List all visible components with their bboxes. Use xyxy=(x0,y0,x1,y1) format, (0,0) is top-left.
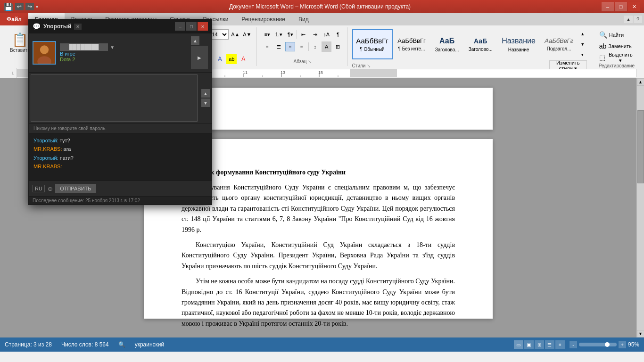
window-title: Документ Microsoft Word – Microsoft Word… xyxy=(38,3,602,10)
steam-friend-dropdown[interactable]: ▼ xyxy=(110,45,115,50)
document-paragraph-1: формування Конституційного Суду України … xyxy=(182,182,455,235)
steam-chat-title: Упоротый xyxy=(43,23,71,30)
text-effect-button[interactable]: A xyxy=(215,54,225,64)
page-count: Страница: 3 из 28 xyxy=(5,341,52,348)
tab-review[interactable]: Рецензирование xyxy=(235,13,292,25)
full-reading-button[interactable]: ▣ xyxy=(524,340,534,349)
decrease-indent-button[interactable]: ⇤ xyxy=(298,29,308,40)
print-layout-button[interactable]: ▭ xyxy=(514,340,523,349)
styles-scroll-down[interactable]: ▼ xyxy=(578,40,587,49)
style-heading2[interactable]: АаБ Заголово... xyxy=(464,29,497,59)
tab-view[interactable]: Вид xyxy=(292,13,315,25)
status-bar: Страница: 3 из 28 Число слов: 8 564 🔍 ук… xyxy=(0,337,644,352)
document-text: 2. Порядок формування Конституційного су… xyxy=(182,167,455,329)
steam-send-button[interactable]: ОТПРАВИТЬ xyxy=(55,184,96,193)
ribbon-collapse-button[interactable]: ▲ xyxy=(624,16,633,23)
svg-text:11: 11 xyxy=(243,70,248,75)
view-buttons: ▭ ▣ ⊞ ☰ ≡ xyxy=(514,340,565,349)
zoom-slider[interactable] xyxy=(579,343,617,346)
tab-file[interactable]: Файл xyxy=(0,13,28,25)
numbering-button[interactable]: 1.▾ xyxy=(274,29,284,40)
draft-button[interactable]: ≡ xyxy=(555,340,565,349)
style-heading1[interactable]: АаБ Заголово... xyxy=(431,29,463,59)
select-button[interactable]: ⬚Выделить ▾ xyxy=(595,52,638,63)
svg-text:13: 13 xyxy=(281,70,285,75)
steam-text-2: ara xyxy=(64,146,71,152)
document-paragraph-3: Утім не кожна особа може бути кандидатом… xyxy=(182,276,455,329)
title-bar: 💾 ↩ ↪ ▾ Документ Microsoft Word – Micros… xyxy=(0,0,644,13)
steam-input-area: RU ☺ ОТПРАВИТЬ xyxy=(29,181,212,196)
styles-more[interactable]: ▾ xyxy=(578,50,587,59)
borders-button[interactable]: ⊞ xyxy=(333,41,343,52)
zoom-controls: - + 95% xyxy=(570,341,639,348)
steam-message-4: MR.KRABS: xyxy=(33,163,207,170)
steam-emoji-button[interactable]: ☺ xyxy=(47,185,53,192)
steam-messages: Упоротый: тут? MR.KRABS: ara Упоротый: п… xyxy=(29,133,212,181)
close-button[interactable]: ✕ xyxy=(628,2,640,11)
replace-button[interactable]: abЗаменить xyxy=(595,41,638,52)
web-layout-button[interactable]: ⊞ xyxy=(535,340,544,349)
steam-close-button[interactable]: ✕ xyxy=(198,22,208,31)
steam-sender-1: Упоротый: xyxy=(33,138,60,143)
style-subtitle[interactable]: АаБбВвГг Подзагол... xyxy=(540,29,577,59)
outline-button[interactable]: ☰ xyxy=(545,340,554,349)
steam-icon: 💬 xyxy=(33,23,41,30)
steam-area-scroll-down[interactable]: ▼ xyxy=(201,99,210,107)
zoom-out-button[interactable]: - xyxy=(570,341,577,348)
style-normal[interactable]: АаБбВвГг ¶ Обычный xyxy=(352,29,393,59)
styles-label: Стили ↘ xyxy=(352,63,371,68)
steam-friend-name-row: ████████ ▼ xyxy=(60,43,187,51)
find-button[interactable]: 🔍Найти xyxy=(595,29,638,41)
scroll-up-button[interactable]: ▲ xyxy=(637,78,644,86)
language[interactable]: украинский xyxy=(135,341,165,348)
sort-button[interactable]: ↕A xyxy=(322,29,331,40)
style-title[interactable]: Название Название xyxy=(498,29,540,59)
steam-titlebar-controls: – □ ✕ xyxy=(175,22,208,31)
steam-tab-close-button[interactable]: ✕ xyxy=(74,24,82,30)
show-marks-button[interactable]: ¶ xyxy=(333,29,343,40)
font-size-increase-button[interactable]: A▲ xyxy=(230,29,240,40)
window-controls: – □ ✕ xyxy=(602,2,640,11)
bullets-button[interactable]: ≡▾ xyxy=(262,29,272,40)
ribbon-help-button[interactable]: ? xyxy=(634,16,642,23)
check-icon: 🔍 xyxy=(118,341,125,348)
align-justify-button[interactable]: ≡ xyxy=(285,42,295,51)
steam-sender-2: MR.KRABS: xyxy=(33,146,64,152)
font-size-decrease-button[interactable]: A▼ xyxy=(242,29,252,40)
minimize-button[interactable]: – xyxy=(602,2,614,11)
steam-minimize-button[interactable]: – xyxy=(175,22,185,31)
align-right-button[interactable]: ≡ xyxy=(297,42,306,51)
document-heading: 2. Порядок формування Конституційного су… xyxy=(182,167,455,178)
font-color-button[interactable]: A xyxy=(238,54,248,64)
shading-button[interactable]: A xyxy=(322,41,331,52)
highlight-button[interactable]: ab xyxy=(226,54,237,64)
align-left-button[interactable]: ≡ xyxy=(262,42,272,51)
styles-scroll-up[interactable]: ▲ xyxy=(578,29,587,39)
editing-label: Редактирование xyxy=(599,63,635,68)
steam-area-scroll-up[interactable]: ▲ xyxy=(201,89,210,98)
align-center-button[interactable]: ☰ xyxy=(274,42,284,51)
vertical-scrollbar[interactable]: ▲ ▼ xyxy=(636,78,644,337)
steam-chat-scroll-up[interactable]: ▲ xyxy=(191,36,199,45)
zoom-level: 95% xyxy=(628,341,639,348)
svg-rect-1 xyxy=(350,69,397,77)
steam-sender-4: MR.KRABS: xyxy=(33,164,62,169)
steam-message-1: Упоротый: тут? xyxy=(33,137,207,144)
zoom-in-button[interactable]: + xyxy=(619,341,626,348)
multilevel-button[interactable]: ¶▾ xyxy=(285,29,295,40)
steam-text-3: пати? xyxy=(60,155,74,161)
increase-indent-button[interactable]: ⇥ xyxy=(310,29,320,40)
line-spacing-button[interactable]: ↕ xyxy=(310,41,320,52)
steam-maximize-button[interactable]: □ xyxy=(186,22,197,31)
svg-text:15: 15 xyxy=(318,70,323,75)
steam-message-3: Упоротый: пати? xyxy=(33,155,207,162)
steam-friend-game: Dota 2 xyxy=(60,57,187,62)
scrollbar-thumb[interactable] xyxy=(637,110,644,183)
svg-point-26 xyxy=(40,45,49,54)
steam-view-button[interactable]: ▶ xyxy=(191,46,208,69)
style-no-spacing[interactable]: АаБбВвГг ¶ Без инте... xyxy=(394,29,430,59)
status-right: ▭ ▣ ⊞ ☰ ≡ - + 95% xyxy=(514,340,639,349)
scroll-down-button[interactable]: ▼ xyxy=(637,330,644,337)
steam-sender-3: Упоротый: xyxy=(33,155,60,161)
maximize-button[interactable]: □ xyxy=(615,2,627,11)
